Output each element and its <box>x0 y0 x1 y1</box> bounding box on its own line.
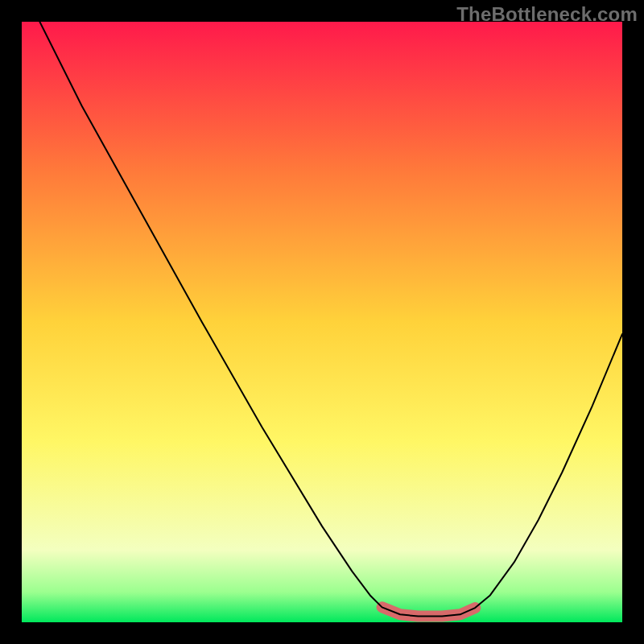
watermark-text: TheBottleneck.com <box>456 3 638 26</box>
plot-area <box>22 22 622 622</box>
chart-svg <box>22 22 622 622</box>
chart-frame: TheBottleneck.com <box>0 0 644 644</box>
